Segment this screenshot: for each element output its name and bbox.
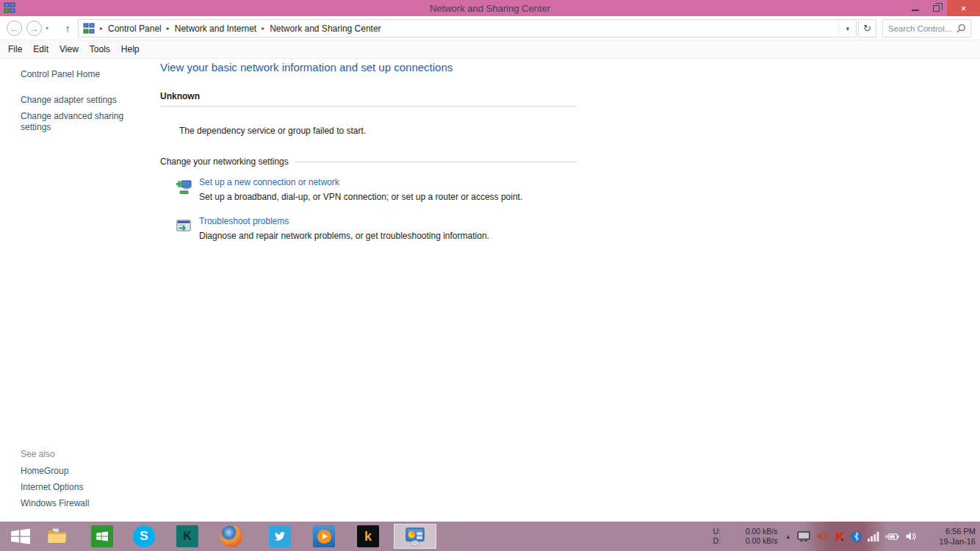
network-sharing-center-icon[interactable] xyxy=(4,2,15,14)
troubleshoot-link[interactable]: Troubleshoot problems xyxy=(199,216,289,226)
restore-icon xyxy=(933,5,940,12)
window-body: Control Panel Home Change adapter settin… xyxy=(0,59,980,522)
address-bar[interactable]: ▸ Control Panel ▸ Network and Internet ▸… xyxy=(78,19,857,37)
troubleshoot-icon xyxy=(175,217,192,235)
divider xyxy=(295,162,577,162)
bluetooth-icon[interactable] xyxy=(851,531,862,542)
breadcrumb-separator-icon[interactable]: ▸ xyxy=(162,25,175,32)
new-connection-icon xyxy=(175,179,192,196)
see-also-section: See also HomeGroup Internet Options Wind… xyxy=(21,449,89,514)
menu-edit[interactable]: Edit xyxy=(33,44,48,54)
taskbar-skype-icon[interactable]: S xyxy=(133,525,155,547)
search-icon[interactable] xyxy=(956,24,966,34)
divider xyxy=(160,106,577,107)
kaspersky-tray-icon[interactable] xyxy=(835,531,845,541)
search-input[interactable] xyxy=(883,24,956,33)
title-bar: Network and Sharing Center × xyxy=(0,0,980,16)
sidebar-item-internet-options[interactable]: Internet Options xyxy=(21,482,89,492)
display-settings-icon[interactable] xyxy=(797,531,810,541)
taskbar-twitter-icon[interactable] xyxy=(269,525,291,547)
sidebar-item-windows-firewall[interactable]: Windows Firewall xyxy=(21,498,89,508)
menu-bar: File Edit View Tools Help xyxy=(0,40,980,59)
sidebar-item-homegroup[interactable]: HomeGroup xyxy=(21,466,89,476)
download-value: 0.00 kB/s xyxy=(746,536,778,546)
breadcrumb-separator-icon[interactable]: ▸ xyxy=(256,25,270,32)
start-button[interactable] xyxy=(10,525,32,547)
menu-tools[interactable]: Tools xyxy=(90,44,110,54)
menu-view[interactable]: View xyxy=(60,44,79,54)
network-signal-icon[interactable] xyxy=(868,531,879,541)
network-status-heading: Unknown xyxy=(160,91,577,101)
close-icon: × xyxy=(961,4,967,13)
status-message: The dependency service or group failed t… xyxy=(179,126,577,136)
upload-label: U: xyxy=(713,527,721,536)
taskbar-firefox-icon[interactable] xyxy=(220,525,242,547)
breadcrumb-control-panel[interactable]: Control Panel xyxy=(108,24,162,34)
clock-date: 19-Jan-16 xyxy=(927,536,976,547)
breadcrumb-network-and-internet[interactable]: Network and Internet xyxy=(175,24,256,34)
taskbar-clock[interactable]: 6:56 PM 19-Jan-16 xyxy=(927,526,976,547)
back-icon: ← xyxy=(10,24,19,34)
refresh-button[interactable]: ↻ xyxy=(858,19,876,37)
download-label: D: xyxy=(713,536,721,546)
setup-connection-description: Set up a broadband, dial-up, or VPN conn… xyxy=(199,192,522,202)
taskbar-windows-store-icon[interactable] xyxy=(91,525,113,547)
troubleshoot-item[interactable]: Troubleshoot problems Diagnose and repai… xyxy=(175,216,577,241)
taskbar-kaspersky-icon[interactable]: K xyxy=(176,525,198,547)
setup-connection-item[interactable]: Set up a new connection or network Set u… xyxy=(175,177,577,202)
see-also-label: See also xyxy=(21,449,89,459)
kmplayer-letter: k xyxy=(364,530,372,543)
audio-manager-icon[interactable] xyxy=(816,531,829,541)
refresh-icon: ↻ xyxy=(863,23,871,34)
recent-pages-dropdown-icon[interactable]: ▾ xyxy=(46,25,48,32)
show-hidden-icons-button[interactable]: ▴ xyxy=(786,533,790,540)
setup-connection-link[interactable]: Set up a new connection or network xyxy=(199,177,339,187)
settings-section-heading: Change your networking settings xyxy=(160,156,577,167)
minimize-button[interactable] xyxy=(904,0,926,16)
system-tray: U:0.00 kB/s D:0.00 kB/s ▴ xyxy=(713,522,976,551)
taskbar-kmplayer-icon[interactable]: k xyxy=(357,525,379,547)
taskbar-media-player-icon[interactable] xyxy=(313,525,335,547)
sidebar-item-change-advanced-sharing[interactable]: Change advanced sharing settings xyxy=(21,111,131,133)
taskbar-file-explorer-icon[interactable] xyxy=(46,525,68,547)
taskbar-control-panel-active[interactable] xyxy=(394,524,436,549)
desktop-screen: Network and Sharing Center × ← → ▾ ↑ ▸ C… xyxy=(0,0,980,551)
troubleshoot-description: Diagnose and repair network problems, or… xyxy=(199,231,489,241)
page-title: View your basic network information and … xyxy=(160,61,577,73)
forward-icon: → xyxy=(30,24,39,34)
menu-help[interactable]: Help xyxy=(121,44,140,54)
taskbar: S K k U:0.00 kB/s D:0.00 kB/s ▴ xyxy=(0,522,980,551)
up-button[interactable]: ↑ xyxy=(60,21,75,36)
forward-button[interactable]: → xyxy=(26,21,42,36)
breadcrumb-network-sharing-center[interactable]: Network and Sharing Center xyxy=(270,24,381,34)
network-speed-monitor: U:0.00 kB/s D:0.00 kB/s xyxy=(713,527,777,546)
menu-file[interactable]: File xyxy=(8,44,22,54)
breadcrumb-separator-icon[interactable]: ▸ xyxy=(95,25,108,32)
restore-button[interactable] xyxy=(926,0,947,16)
clock-time: 6:56 PM xyxy=(927,526,976,536)
main-content: View your basic network information and … xyxy=(160,59,577,241)
up-icon: ↑ xyxy=(65,23,71,35)
search-box xyxy=(882,19,971,37)
skype-letter: S xyxy=(140,529,148,544)
network-sharing-center-icon xyxy=(83,23,95,35)
sidebar-item-change-adapter-settings[interactable]: Change adapter settings xyxy=(21,95,117,106)
sidebar: Control Panel Home Change adapter settin… xyxy=(0,59,151,522)
close-button[interactable]: × xyxy=(947,0,980,16)
sidebar-item-control-panel-home[interactable]: Control Panel Home xyxy=(21,69,100,79)
settings-section-label: Change your networking settings xyxy=(160,156,289,167)
kaspersky-letter: K xyxy=(183,530,192,543)
battery-icon[interactable] xyxy=(885,533,899,541)
upload-value: 0.00 kB/s xyxy=(746,527,778,536)
minimize-icon xyxy=(912,10,919,11)
navigation-bar: ← → ▾ ↑ ▸ Control Panel ▸ Network and In… xyxy=(0,16,980,40)
address-dropdown-icon[interactable]: ▾ xyxy=(838,20,856,37)
window-controls: × xyxy=(904,0,980,16)
window-title: Network and Sharing Center xyxy=(0,3,980,14)
volume-icon[interactable] xyxy=(905,531,918,541)
back-button[interactable]: ← xyxy=(7,21,22,36)
